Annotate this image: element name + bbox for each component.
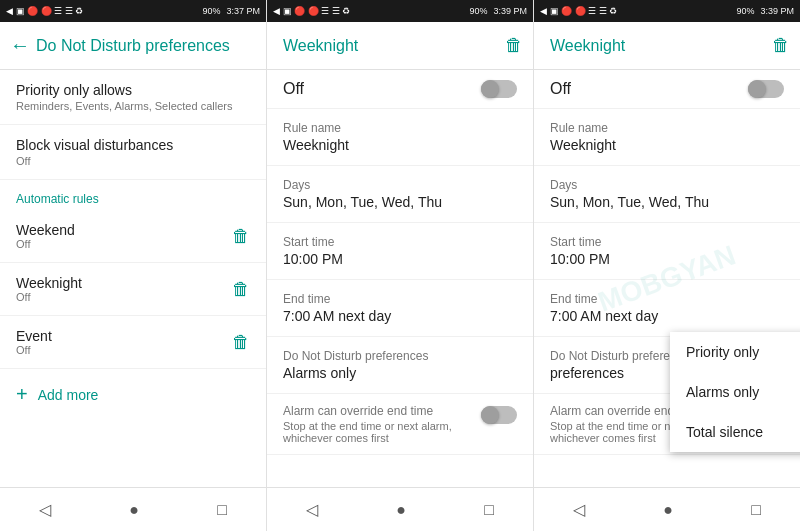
end-time-value: 7:00 AM next day [283,308,517,324]
days-value: Sun, Mon, Tue, Wed, Thu [283,194,517,210]
status-bar-2: ◀ ▣ 🔴 🔴 ☰ ☰ ♻ 90% 3:39 PM [267,0,533,22]
alarms-only-option[interactable]: Alarms only [670,372,800,412]
header-1: ← Do Not Disturb preferences [0,22,266,70]
rule-name-item[interactable]: Rule name Weeknight [267,109,533,166]
days-item[interactable]: Days Sun, Mon, Tue, Wed, Thu [267,166,533,223]
time-2: 3:39 PM [493,6,527,16]
panel2-trash-icon[interactable]: 🗑 [505,35,523,56]
status-icons-3: ◀ ▣ 🔴 🔴 ☰ ☰ ♻ [540,6,617,16]
end-time-label: End time [283,292,517,306]
add-more-label: Add more [38,387,99,403]
automatic-rules-header: Automatic rules [0,180,266,210]
panel2-toggle-label: Off [283,80,481,98]
block-visual-sub: Off [16,155,250,167]
notif-icons-2: ◀ ▣ 🔴 🔴 ☰ ☰ ♻ [273,6,350,16]
time-1: 3:37 PM [226,6,260,16]
status-right-2: 90% 3:39 PM [469,6,527,16]
weekend-rule-text: Weekend Off [16,222,224,250]
p3-days-value: Sun, Mon, Tue, Wed, Thu [550,194,784,210]
p3-start-time-value: 10:00 PM [550,251,784,267]
status-icons-1: ◀ ▣ 🔴 🔴 ☰ ☰ ♻ [6,6,83,16]
alarm-override-item[interactable]: Alarm can override end time Stop at the … [267,394,533,455]
p3-rule-name-item[interactable]: Rule name Weeknight [534,109,800,166]
p3-end-time-label: End time [550,292,784,306]
home-nav-3[interactable]: ● [663,501,673,519]
dnd-prefs-label: Do Not Disturb preferences [283,349,517,363]
header-3: Weeknight 🗑 [534,22,800,70]
block-visual-item[interactable]: Block visual disturbances Off [0,125,266,180]
panel3-trash-icon[interactable]: 🗑 [772,35,790,56]
panel3-content: Off Rule name Weeknight Days Sun, Mon, T… [534,70,800,487]
back-nav-3[interactable]: ◁ [573,500,585,519]
event-trash-icon[interactable]: 🗑 [232,332,250,353]
rule-name-value: Weeknight [283,137,517,153]
add-icon: + [16,383,28,406]
weekend-title: Weekend [16,222,224,238]
header-title-1: Do Not Disturb preferences [36,37,230,55]
panel3-toggle[interactable] [748,80,784,98]
recents-nav-3[interactable]: □ [751,501,761,519]
bottom-nav-3: ◁ ● □ [534,487,800,531]
block-visual-title: Block visual disturbances [16,137,250,153]
dnd-prefs-value: Alarms only [283,365,517,381]
panel2-toggle[interactable] [481,80,517,98]
priority-only-option[interactable]: Priority only [670,332,800,372]
back-nav-2[interactable]: ◁ [306,500,318,519]
battery-2: 90% [469,6,487,16]
days-label: Days [283,178,517,192]
alarm-override-sub: Stop at the end time or next alarm, whic… [283,420,481,444]
start-time-item[interactable]: Start time 10:00 PM [267,223,533,280]
back-nav-1[interactable]: ◁ [39,500,51,519]
alarm-override-toggle[interactable] [481,406,517,424]
weekend-trash-icon[interactable]: 🗑 [232,226,250,247]
priority-only-item[interactable]: Priority only allows Reminders, Events, … [0,70,266,125]
status-bar-1: ◀ ▣ 🔴 🔴 ☰ ☰ ♻ 90% 3:37 PM [0,0,266,22]
dnd-prefs-item[interactable]: Do Not Disturb preferences Alarms only [267,337,533,394]
weeknight-trash-icon[interactable]: 🗑 [232,279,250,300]
header-title-2: Weeknight [283,37,358,55]
priority-only-sub: Reminders, Events, Alarms, Selected call… [16,100,250,112]
recents-nav-1[interactable]: □ [217,501,227,519]
add-more-button[interactable]: + Add more [0,369,266,420]
end-time-item[interactable]: End time 7:00 AM next day [267,280,533,337]
p3-start-time-item[interactable]: Start time 10:00 PM [534,223,800,280]
rule-name-label: Rule name [283,121,517,135]
panel1-content: Priority only allows Reminders, Events, … [0,70,266,487]
status-right-3: 90% 3:39 PM [736,6,794,16]
event-rule[interactable]: Event Off 🗑 [0,316,266,369]
p3-dnd-prefs-item[interactable]: Do Not Disturb preferences preferences P… [534,337,800,394]
panel2-toggle-row[interactable]: Off [267,70,533,109]
status-right-1: 90% 3:37 PM [202,6,260,16]
notif-icons-3: ◀ ▣ 🔴 🔴 ☰ ☰ ♻ [540,6,617,16]
total-silence-option[interactable]: Total silence [670,412,800,452]
home-nav-2[interactable]: ● [396,501,406,519]
event-title: Event [16,328,224,344]
header-2: Weeknight 🗑 [267,22,533,70]
p3-days-item[interactable]: Days Sun, Mon, Tue, Wed, Thu [534,166,800,223]
battery-1: 90% [202,6,220,16]
bottom-nav-1: ◁ ● □ [0,487,266,531]
home-nav-1[interactable]: ● [129,501,139,519]
weeknight-title: Weeknight [16,275,224,291]
event-rule-text: Event Off [16,328,224,356]
weekend-rule[interactable]: Weekend Off 🗑 [0,210,266,263]
header-title-3: Weeknight [550,37,625,55]
weeknight-rule[interactable]: Weeknight Off 🗑 [0,263,266,316]
p3-end-time-value: 7:00 AM next day [550,308,784,324]
alarm-override-text: Alarm can override end time Stop at the … [283,404,481,444]
weekend-sub: Off [16,238,224,250]
back-arrow-1[interactable]: ← [10,34,30,57]
status-icons-2: ◀ ▣ 🔴 🔴 ☰ ☰ ♻ [273,6,350,16]
panel3-toggle-label: Off [550,80,748,98]
p3-start-time-label: Start time [550,235,784,249]
dnd-dropdown: Priority only Alarms only Total silence [670,332,800,452]
event-sub: Off [16,344,224,356]
recents-nav-2[interactable]: □ [484,501,494,519]
time-3: 3:39 PM [760,6,794,16]
status-bar-3: ◀ ▣ 🔴 🔴 ☰ ☰ ♻ 90% 3:39 PM [534,0,800,22]
start-time-label: Start time [283,235,517,249]
weeknight-rule-text: Weeknight Off [16,275,224,303]
panel3-toggle-row[interactable]: Off [534,70,800,109]
priority-only-title: Priority only allows [16,82,250,98]
p3-end-time-item[interactable]: End time 7:00 AM next day [534,280,800,337]
